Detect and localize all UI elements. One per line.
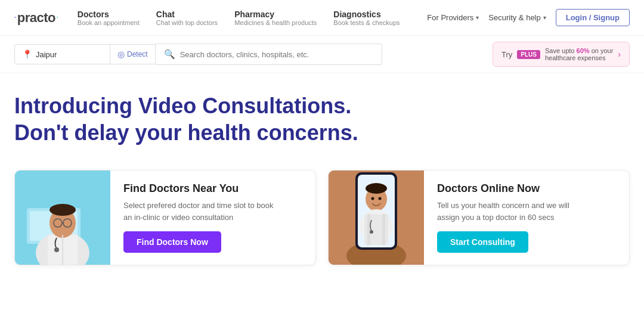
svg-rect-22: [382, 214, 385, 245]
svg-point-24: [379, 197, 382, 200]
cards-section: Find Doctors Near You Select prefered do…: [0, 156, 644, 280]
online-doctors-card: Doctors Online Now Tell us your health c…: [328, 170, 630, 265]
search-icon: 🔍: [164, 49, 175, 60]
plus-desc-line1: Save upto 60% on your: [545, 47, 613, 54]
doctor-card-image: [15, 170, 110, 265]
svg-point-6: [49, 204, 76, 216]
security-help-link[interactable]: Security & help ▾: [488, 13, 546, 22]
online-card-image: [329, 170, 424, 265]
location-pin-icon: 📍: [22, 49, 32, 59]
logo-dot-right: ·: [57, 14, 58, 21]
header: · practo · Doctors Book an appointment C…: [0, 0, 644, 36]
logo-text: practo: [17, 10, 55, 26]
logo-dot-left: ·: [14, 14, 16, 21]
search-input-box[interactable]: 🔍: [156, 44, 382, 65]
nav-diagnostics[interactable]: Diagnostics Book tests & checkups: [333, 10, 400, 26]
logo[interactable]: · practo ·: [14, 10, 58, 26]
find-doctors-content: Find Doctors Near You Select prefered do…: [110, 170, 292, 265]
plus-banner[interactable]: Try PLUS Save upto 60% on your healthcar…: [493, 42, 630, 67]
online-doctors-desc: Tell us your health concern and we will …: [437, 200, 592, 223]
plus-badge: PLUS: [517, 50, 540, 59]
for-providers-link[interactable]: For Providers ▾: [427, 13, 479, 22]
find-doctors-card: Find Doctors Near You Select prefered do…: [14, 170, 316, 265]
chevron-down-icon: ▾: [476, 14, 479, 21]
try-label: Try: [501, 50, 512, 59]
start-consulting-button[interactable]: Start Consulting: [437, 231, 528, 253]
search-bar: 📍 Jaipur ◎ Detect 🔍 Try PLUS Save upto 6…: [0, 36, 644, 73]
svg-point-18: [366, 183, 387, 194]
header-right: For Providers ▾ Security & help ▾ Login …: [427, 9, 630, 26]
login-signup-button[interactable]: Login / Signup: [556, 9, 630, 26]
detect-button[interactable]: ◎ Detect: [110, 44, 156, 64]
search-input[interactable]: [180, 50, 373, 59]
find-doctors-button[interactable]: Find Doctors Now: [123, 231, 221, 253]
online-doctors-title: Doctors Online Now: [437, 182, 592, 195]
svg-point-23: [371, 197, 374, 200]
find-doctors-title: Find Doctors Near You: [123, 182, 278, 195]
location-box[interactable]: 📍 Jaipur: [14, 44, 110, 64]
online-doctors-content: Doctors Online Now Tell us your health c…: [424, 170, 605, 265]
nav-pharmacy[interactable]: Pharmacy Medicines & health products: [234, 10, 317, 26]
plus-desc-line2: healthcare expenses: [545, 54, 613, 61]
svg-rect-21: [367, 214, 370, 245]
phone-illustration: [329, 170, 424, 265]
nav-doctors[interactable]: Doctors Book an appointment: [78, 10, 140, 26]
svg-point-25: [370, 230, 373, 234]
nav-chat[interactable]: Chat Chat with top doctors: [156, 10, 218, 26]
plus-description: Save upto 60% on your healthcare expense…: [545, 47, 613, 61]
target-icon: ◎: [117, 49, 125, 59]
hero-title: Introducing Video Consultations. Don't d…: [14, 92, 396, 146]
find-doctors-desc: Select prefered doctor and time slot to …: [123, 200, 278, 223]
svg-point-10: [54, 247, 59, 252]
main-nav: Doctors Book an appointment Chat Chat wi…: [78, 10, 427, 26]
location-value: Jaipur: [36, 50, 103, 59]
hero-section: Introducing Video Consultations. Don't d…: [0, 73, 644, 156]
chevron-down-icon: ▾: [543, 14, 546, 21]
doctor-illustration: [15, 170, 110, 265]
chevron-right-icon: ›: [618, 49, 621, 59]
